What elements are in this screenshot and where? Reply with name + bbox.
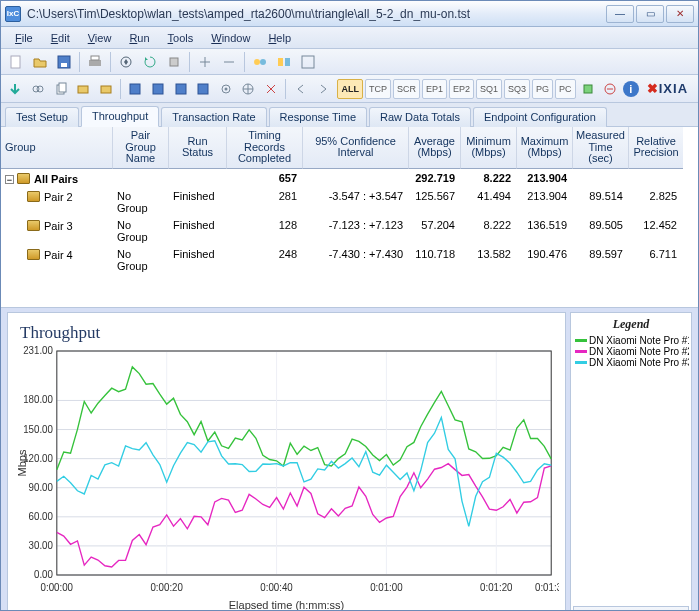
grid-header[interactable]: Run Status bbox=[169, 127, 227, 169]
grid-header[interactable]: Group bbox=[1, 127, 113, 169]
grid-cell: Finished bbox=[169, 187, 227, 216]
filter-sq3[interactable]: SQ3 bbox=[504, 79, 530, 99]
legend-item[interactable]: DN Xiaomi Note Pro #2 bbox=[573, 346, 689, 357]
locate-icon[interactable] bbox=[238, 78, 259, 100]
filter-all[interactable]: ALL bbox=[337, 79, 363, 99]
open-icon[interactable] bbox=[29, 51, 51, 73]
tab-response-time[interactable]: Response Time bbox=[269, 107, 367, 127]
grid-cell: -7.123 : +7.123 bbox=[303, 216, 409, 245]
grid-header[interactable]: Average(Mbps) bbox=[409, 127, 461, 169]
tab-test-setup[interactable]: Test Setup bbox=[5, 107, 79, 127]
disk-a-icon[interactable] bbox=[125, 78, 146, 100]
grid-cell: No Group bbox=[113, 245, 169, 274]
menu-tools[interactable]: Tools bbox=[160, 30, 202, 46]
separator bbox=[79, 52, 80, 72]
chart-left-icon[interactable] bbox=[290, 78, 311, 100]
menu-edit[interactable]: Edit bbox=[43, 30, 78, 46]
minimize-button[interactable]: — bbox=[606, 5, 634, 23]
table-row[interactable]: Pair 2No GroupFinished281-3.547 : +3.547… bbox=[1, 187, 698, 216]
tab-endpoint-configuration[interactable]: Endpoint Configuration bbox=[473, 107, 607, 127]
svg-rect-19 bbox=[153, 84, 163, 94]
grid-cell: 213.904 bbox=[517, 187, 573, 216]
svg-rect-2 bbox=[61, 63, 67, 67]
grid-header[interactable]: Minimum(Mbps) bbox=[461, 127, 517, 169]
stop-icon[interactable] bbox=[163, 51, 185, 73]
grid-header[interactable]: Pair GroupName bbox=[113, 127, 169, 169]
grid-cell: No Group bbox=[113, 216, 169, 245]
collapse-icon[interactable] bbox=[218, 51, 240, 73]
gear-icon[interactable] bbox=[215, 78, 236, 100]
table-row[interactable]: Pair 4No GroupFinished248-7.430 : +7.430… bbox=[1, 245, 698, 274]
grid-header[interactable]: 95% ConfidenceInterval bbox=[303, 127, 409, 169]
svg-rect-25 bbox=[584, 85, 592, 93]
dup-b-icon[interactable] bbox=[95, 78, 116, 100]
legend-item[interactable]: DN Xiaomi Note Pro #1 bbox=[573, 335, 689, 346]
close-button[interactable]: ✕ bbox=[666, 5, 694, 23]
disk-d-icon[interactable] bbox=[193, 78, 214, 100]
new-icon[interactable] bbox=[5, 51, 27, 73]
separator bbox=[285, 79, 286, 99]
results-grid: GroupPair GroupNameRun StatusTiming Reco… bbox=[1, 127, 698, 308]
window-title: C:\Users\Tim\Desktop\wlan_tests\amped_rt… bbox=[21, 7, 604, 21]
filter-sq1[interactable]: SQ1 bbox=[476, 79, 502, 99]
svg-text:0:00:40: 0:00:40 bbox=[260, 582, 293, 593]
menu-help-label: elp bbox=[276, 32, 291, 44]
table-row[interactable]: Pair 3No GroupFinished128-7.123 : +7.123… bbox=[1, 216, 698, 245]
menu-window[interactable]: Window bbox=[203, 30, 258, 46]
menu-bar: File Edit View Run Tools Window Help bbox=[1, 27, 698, 49]
menu-view[interactable]: View bbox=[80, 30, 120, 46]
table-row[interactable]: −All Pairs657292.7198.222213.904 bbox=[1, 169, 698, 187]
info-green-icon[interactable] bbox=[578, 78, 599, 100]
pair-icon bbox=[27, 249, 40, 260]
grid-cell: 2.825 bbox=[629, 187, 683, 216]
maximize-button[interactable]: ▭ bbox=[636, 5, 664, 23]
svg-rect-3 bbox=[89, 60, 101, 66]
grid-header[interactable]: Timing RecordsCompleted bbox=[227, 127, 303, 169]
toolbar-secondary: ALLTCPSCREP1EP2SQ1SQ3PGPC i ✖IXIA bbox=[1, 75, 698, 103]
legend-item[interactable]: DN Xiaomi Note Pro #3 bbox=[573, 357, 689, 368]
legend-scrollbar[interactable]: ◄Ⅲ► bbox=[573, 606, 689, 611]
menu-file[interactable]: File bbox=[7, 30, 41, 46]
filter-ep1[interactable]: EP1 bbox=[422, 79, 447, 99]
run-icon[interactable] bbox=[115, 51, 137, 73]
tree-collapse-icon[interactable]: − bbox=[5, 175, 14, 184]
chain-icon[interactable] bbox=[28, 78, 49, 100]
grid-header[interactable]: Maximum(Mbps) bbox=[517, 127, 573, 169]
clear-red-icon[interactable] bbox=[600, 78, 621, 100]
save-icon[interactable] bbox=[53, 51, 75, 73]
dup-a-icon[interactable] bbox=[73, 78, 94, 100]
legend-title: Legend bbox=[573, 317, 689, 335]
about-icon[interactable]: i bbox=[623, 81, 639, 97]
expand-icon[interactable] bbox=[194, 51, 216, 73]
menu-help[interactable]: Help bbox=[260, 30, 299, 46]
menu-run[interactable]: Run bbox=[121, 30, 157, 46]
grid-header[interactable]: RelativePrecision bbox=[629, 127, 683, 169]
print-icon[interactable] bbox=[84, 51, 106, 73]
svg-rect-17 bbox=[101, 86, 111, 93]
svg-rect-20 bbox=[176, 84, 186, 94]
filter-pc[interactable]: PC bbox=[555, 79, 576, 99]
refresh-icon[interactable] bbox=[139, 51, 161, 73]
disk-b-icon[interactable] bbox=[148, 78, 169, 100]
delete-icon[interactable] bbox=[261, 78, 282, 100]
group-icon[interactable] bbox=[273, 51, 295, 73]
separator bbox=[189, 52, 190, 72]
filter-pg[interactable]: PG bbox=[532, 79, 553, 99]
grid-header[interactable]: MeasuredTime (sec) bbox=[573, 127, 629, 169]
grid-cell: −All Pairs bbox=[1, 169, 113, 187]
filter-ep2[interactable]: EP2 bbox=[449, 79, 474, 99]
down-green-icon[interactable] bbox=[5, 78, 26, 100]
filter-tcp[interactable]: TCP bbox=[365, 79, 391, 99]
svg-text:0:00:00: 0:00:00 bbox=[41, 582, 74, 593]
filter-scr[interactable]: SCR bbox=[393, 79, 420, 99]
tab-throughput[interactable]: Throughput bbox=[81, 106, 159, 127]
copy-icon[interactable] bbox=[50, 78, 71, 100]
tab-raw-data-totals[interactable]: Raw Data Totals bbox=[369, 107, 471, 127]
disk-c-icon[interactable] bbox=[170, 78, 191, 100]
app-icon: IxC bbox=[5, 6, 21, 22]
grid-body: −All Pairs657292.7198.222213.904Pair 2No… bbox=[1, 169, 698, 274]
setup-icon[interactable] bbox=[297, 51, 319, 73]
pair-icon[interactable] bbox=[249, 51, 271, 73]
tab-transaction-rate[interactable]: Transaction Rate bbox=[161, 107, 266, 127]
chart-right-icon[interactable] bbox=[313, 78, 334, 100]
